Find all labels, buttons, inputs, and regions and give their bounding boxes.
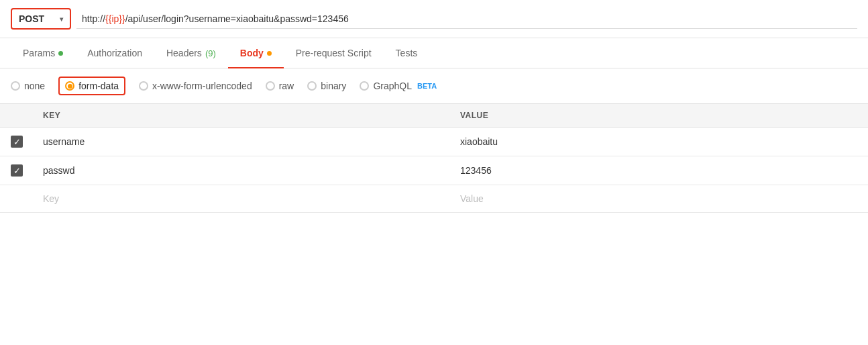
- url-input[interactable]: http://{{ip}}/api/user/login?username=xi…: [76, 9, 857, 29]
- tab-body-label: Body: [240, 48, 264, 58]
- radio-form-data-circle: [65, 81, 74, 91]
- table-row-empty: Key Value: [0, 185, 868, 213]
- radio-binary-circle: [307, 81, 317, 91]
- url-bar: POST ▾ http://{{ip}}/api/user/login?user…: [0, 0, 868, 38]
- url-suffix: /api/user/login?username=xiaobaitu&passw…: [125, 13, 349, 24]
- row-value-1[interactable]: xiaobaitu: [451, 128, 868, 155]
- body-type-bar: none form-data x-www-form-urlencoded raw…: [0, 68, 868, 104]
- header-key: KEY: [34, 104, 451, 127]
- headers-badge: (9): [205, 48, 216, 58]
- tab-tests[interactable]: Tests: [384, 38, 430, 68]
- row-value-2[interactable]: 123456: [451, 157, 868, 184]
- graphql-beta-label: BETA: [417, 82, 437, 90]
- tab-authorization[interactable]: Authorization: [75, 38, 154, 68]
- tab-tests-label: Tests: [396, 48, 418, 58]
- radio-raw-label: raw: [279, 81, 294, 91]
- tab-authorization-label: Authorization: [87, 48, 142, 58]
- method-selector[interactable]: POST ▾: [11, 8, 71, 30]
- row-checkbox-empty: [0, 191, 34, 207]
- row-key-1[interactable]: username: [34, 128, 451, 155]
- table-header: KEY VALUE: [0, 104, 868, 128]
- radio-graphql-label: GraphQL: [373, 81, 412, 91]
- tab-headers[interactable]: Headers (9): [154, 38, 228, 68]
- tab-pre-request-label: Pre-request Script: [296, 48, 372, 58]
- method-label: POST: [19, 13, 44, 24]
- radio-raw[interactable]: raw: [266, 81, 294, 91]
- tab-params-label: Params: [23, 48, 55, 58]
- radio-binary-label: binary: [321, 81, 346, 91]
- tab-pre-request-script[interactable]: Pre-request Script: [284, 38, 384, 68]
- url-template-var: {{ip}}: [105, 13, 125, 24]
- row-key-2[interactable]: passwd: [34, 157, 451, 184]
- row-checkbox-2[interactable]: ✓: [0, 156, 34, 185]
- header-checkbox-spacer: [0, 104, 34, 127]
- row-value-empty[interactable]: Value: [451, 185, 868, 212]
- radio-form-data-label: form-data: [78, 81, 119, 91]
- radio-none-label: none: [24, 81, 45, 91]
- header-value: VALUE: [451, 104, 868, 127]
- checkmark-2: ✓: [13, 166, 21, 175]
- radio-graphql-circle: [360, 81, 369, 91]
- radio-raw-circle: [266, 81, 275, 91]
- checkbox-1[interactable]: ✓: [11, 136, 23, 148]
- radio-binary[interactable]: binary: [307, 81, 346, 91]
- tab-body[interactable]: Body: [228, 38, 284, 68]
- radio-none-circle: [11, 81, 20, 91]
- tab-params[interactable]: Params: [11, 38, 75, 68]
- table-row: ✓ passwd 123456: [0, 156, 868, 185]
- tab-headers-label: Headers: [166, 48, 202, 58]
- table-row: ✓ username xiaobaitu: [0, 128, 868, 156]
- body-dot: [267, 51, 272, 56]
- method-chevron-icon: ▾: [60, 15, 63, 23]
- radio-urlencoded-label: x-www-form-urlencoded: [152, 81, 252, 91]
- radio-form-data-box[interactable]: form-data: [58, 77, 125, 95]
- radio-graphql[interactable]: GraphQL BETA: [360, 81, 437, 91]
- row-key-empty[interactable]: Key: [34, 185, 451, 212]
- radio-none[interactable]: none: [11, 81, 45, 91]
- checkbox-2[interactable]: ✓: [11, 164, 23, 177]
- params-dot: [58, 51, 63, 56]
- row-checkbox-1[interactable]: ✓: [0, 128, 34, 156]
- checkmark-1: ✓: [13, 138, 21, 146]
- url-prefix: http://: [82, 13, 105, 24]
- radio-urlencoded[interactable]: x-www-form-urlencoded: [139, 81, 252, 91]
- tabs-bar: Params Authorization Headers (9) Body Pr…: [0, 38, 868, 68]
- radio-urlencoded-circle: [139, 81, 148, 91]
